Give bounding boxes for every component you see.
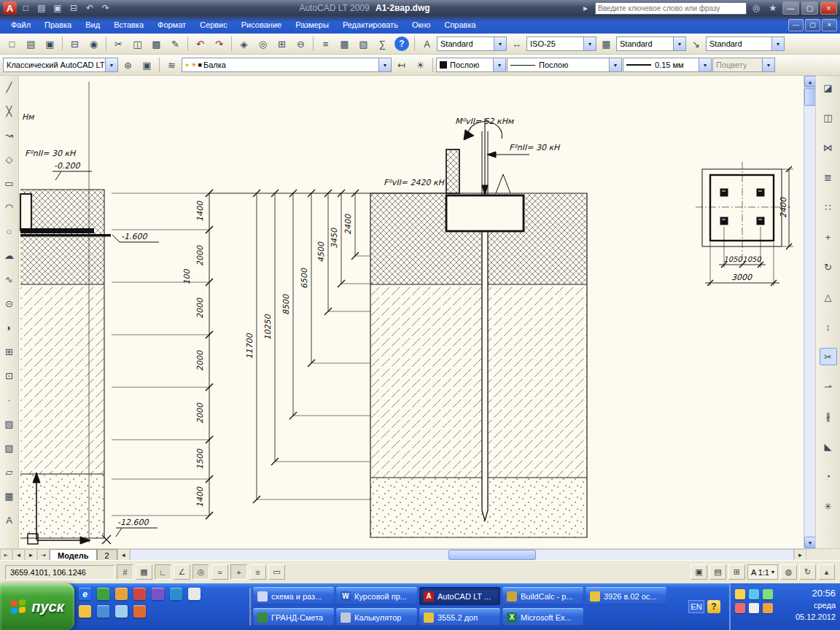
gradient-icon[interactable]: ▧ xyxy=(1,439,18,456)
workspace-settings-icon[interactable]: ⊛ xyxy=(119,56,137,74)
menu-file[interactable]: Файл xyxy=(4,18,37,32)
start-button[interactable]: пуск xyxy=(0,583,74,630)
cut-icon[interactable]: ✂ xyxy=(109,35,128,53)
text-style-combo[interactable]: Standard ▾ xyxy=(437,36,507,51)
save-workspace-icon[interactable]: ▣ xyxy=(138,56,156,74)
designcenter-icon[interactable]: ▦ xyxy=(335,35,354,53)
quick-launch-icon[interactable] xyxy=(97,605,109,618)
extend-icon[interactable]: ⇀ xyxy=(820,378,837,395)
favorites-star-icon[interactable]: ★ xyxy=(766,1,780,15)
quick-launch-icon[interactable] xyxy=(97,588,109,600)
menu-window[interactable]: Окно xyxy=(405,18,438,32)
doc-close-button[interactable]: × xyxy=(822,19,837,31)
doc-minimize-button[interactable]: — xyxy=(788,19,804,31)
move-icon[interactable]: + xyxy=(820,228,837,246)
annotation-scale-control[interactable]: A 1:1 ▾ xyxy=(747,564,778,580)
menu-format[interactable]: Формат xyxy=(151,18,192,32)
multileader-style-combo[interactable]: Standard ▾ xyxy=(706,36,785,51)
layer-freeze-sun-icon[interactable]: ☀ xyxy=(190,61,196,69)
minimize-button[interactable]: — xyxy=(782,1,799,15)
next-tab-icon[interactable]: ► xyxy=(25,549,37,561)
prev-tab-icon[interactable]: ◄ xyxy=(12,549,25,561)
chevron-down-icon[interactable]: ▾ xyxy=(771,37,784,50)
scale-icon[interactable]: △ xyxy=(820,288,837,306)
search-icon[interactable]: ◎ xyxy=(749,1,763,15)
annotation-visibility-button[interactable]: ◍ xyxy=(780,564,797,580)
menu-edit[interactable]: Правка xyxy=(38,18,78,32)
rotate-icon[interactable]: ↻ xyxy=(820,258,837,276)
zoom-previous-icon[interactable]: ⊖ xyxy=(292,35,310,53)
arc-icon[interactable]: ◠ xyxy=(1,198,18,216)
taskbar-button-buildcalc[interactable]: BuildCalc - p... xyxy=(502,587,583,605)
ellipse-icon[interactable]: ⊙ xyxy=(1,295,18,312)
insert-block-icon[interactable]: ⊞ xyxy=(1,343,18,360)
taskbar-button-kursovoy[interactable]: W Курсовой пр... xyxy=(336,587,417,605)
horizontal-scrollbar[interactable] xyxy=(130,549,794,561)
make-block-icon[interactable]: ⊡ xyxy=(1,367,18,384)
table-style-combo[interactable]: Standard ▾ xyxy=(616,36,686,51)
array-icon[interactable]: ∷ xyxy=(820,198,837,216)
ellipse-arc-icon[interactable]: ◗ xyxy=(1,319,18,336)
polygon-icon[interactable]: ◇ xyxy=(1,150,18,168)
save-file-icon[interactable]: ▣ xyxy=(41,35,59,53)
redo-toolbar-icon[interactable]: ↷ xyxy=(210,35,228,53)
tray-help-icon[interactable]: ? xyxy=(707,600,720,613)
color-combo[interactable]: Послою ▾ xyxy=(436,58,506,72)
quick-launch-icon[interactable] xyxy=(115,588,128,600)
close-button[interactable]: × xyxy=(820,1,837,15)
dim-style-combo[interactable]: ISO-25 ▾ xyxy=(526,36,596,51)
chevron-down-icon[interactable]: ▾ xyxy=(673,37,685,50)
fillet-icon[interactable]: ◔ xyxy=(820,467,837,485)
match-properties-icon[interactable]: ✎ xyxy=(166,35,184,53)
dyn-toggle[interactable]: + xyxy=(230,564,247,580)
snap-toggle[interactable]: # xyxy=(117,564,133,580)
tool-palettes-icon[interactable]: ▧ xyxy=(354,35,373,53)
menu-draw[interactable]: Рисование xyxy=(235,18,288,32)
horizontal-scroll-thumb[interactable] xyxy=(448,550,536,560)
offset-icon[interactable]: ≣ xyxy=(820,168,837,186)
ortho-toggle[interactable]: ∟ xyxy=(155,564,171,580)
break-icon[interactable]: ∦ xyxy=(820,408,837,425)
autocad-logo-icon[interactable]: A xyxy=(3,1,17,15)
quick-launch-icon[interactable] xyxy=(79,605,91,618)
quickcalc-icon[interactable]: ∑ xyxy=(373,35,392,53)
zoom-window-icon[interactable]: ⊞ xyxy=(273,35,291,53)
save-icon[interactable]: ▣ xyxy=(50,1,65,15)
plot-icon[interactable]: ⊟ xyxy=(66,35,84,53)
multileader-style-icon[interactable]: ↘ xyxy=(687,35,705,53)
scroll-right-icon[interactable]: ► xyxy=(794,549,806,561)
vertical-scroll-thumb[interactable] xyxy=(804,88,816,106)
rectangle-icon[interactable]: ▭ xyxy=(1,174,18,192)
quick-launch-icon[interactable] xyxy=(133,605,146,618)
paste-icon[interactable]: ▩ xyxy=(147,35,166,53)
text-style-icon[interactable]: A xyxy=(418,35,436,53)
tray-antivirus-icon[interactable] xyxy=(763,589,773,599)
region-icon[interactable]: ▱ xyxy=(1,463,18,481)
menu-modify[interactable]: Редактировать xyxy=(336,18,405,32)
quick-launch-icon[interactable] xyxy=(133,588,146,600)
layer-states-icon[interactable]: ☀ xyxy=(411,56,429,74)
menu-dimension[interactable]: Размеры xyxy=(289,18,335,32)
taskbar-button-shema[interactable]: схема и раз... xyxy=(253,587,334,605)
scroll-left-icon[interactable]: ◄ xyxy=(117,549,130,561)
plot-preview-icon[interactable]: ◉ xyxy=(85,35,103,53)
copy-icon[interactable]: ◫ xyxy=(128,35,147,53)
taskbar-button-excel[interactable]: X Microsoft Ex... xyxy=(502,608,583,626)
chevron-down-icon[interactable]: ▾ xyxy=(699,58,711,71)
open-icon[interactable]: ▤ xyxy=(34,1,49,15)
taskbar-button-calculator[interactable]: Калькулятор xyxy=(336,608,417,626)
quick-launch-icon[interactable] xyxy=(115,605,128,618)
osnap-toggle[interactable]: ◎ xyxy=(192,564,209,580)
quick-launch-icon[interactable] xyxy=(188,588,201,600)
help-search-input[interactable] xyxy=(595,2,747,15)
first-tab-icon[interactable]: ⇤ xyxy=(0,549,12,561)
workspace-combo[interactable]: Классический AutoCAD LT ▾ xyxy=(3,58,118,72)
layer-combo[interactable]: ● ☀ ■ Балка ▾ xyxy=(182,58,392,72)
layout-button[interactable]: ▤ xyxy=(709,564,726,580)
lineweight-combo[interactable]: 0.15 мм ▾ xyxy=(623,58,712,72)
maximize-button[interactable]: ▢ xyxy=(801,1,818,15)
quick-view-button[interactable]: ⊞ xyxy=(728,564,745,580)
hatch-icon[interactable]: ▨ xyxy=(1,415,18,432)
tray-volume-icon[interactable] xyxy=(749,603,759,613)
chamfer-icon[interactable]: ◣ xyxy=(820,438,837,455)
